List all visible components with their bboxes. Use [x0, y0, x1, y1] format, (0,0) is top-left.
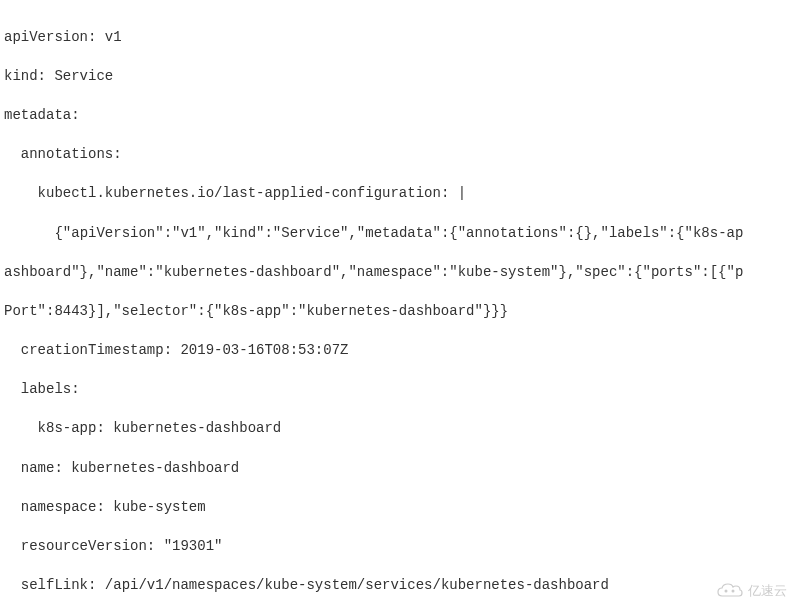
watermark-text: 亿速云 [748, 582, 787, 600]
code-line: creationTimestamp: 2019-03-16T08:53:07Z [4, 341, 795, 361]
code-line: Port":8443}],"selector":{"k8s-app":"kube… [4, 302, 795, 322]
code-line: {"apiVersion":"v1","kind":"Service","met… [4, 224, 795, 244]
code-line: resourceVersion: "19301" [4, 537, 795, 557]
code-line: namespace: kube-system [4, 498, 795, 518]
watermark: 亿速云 [716, 582, 787, 600]
svg-point-1 [732, 589, 735, 592]
code-line: name: kubernetes-dashboard [4, 459, 795, 479]
code-line: metadata: [4, 106, 795, 126]
code-line: kubectl.kubernetes.io/last-applied-confi… [4, 184, 795, 204]
yaml-code-block[interactable]: apiVersion: v1 kind: Service metadata: a… [4, 8, 795, 610]
code-line: labels: [4, 380, 795, 400]
code-line: ashboard"},"name":"kubernetes-dashboard"… [4, 263, 795, 283]
code-line: kind: Service [4, 67, 795, 87]
svg-point-0 [725, 589, 728, 592]
code-line: apiVersion: v1 [4, 28, 795, 48]
code-line: selfLink: /api/v1/namespaces/kube-system… [4, 576, 795, 596]
code-line: annotations: [4, 145, 795, 165]
cloud-icon [716, 582, 744, 600]
code-line: k8s-app: kubernetes-dashboard [4, 419, 795, 439]
